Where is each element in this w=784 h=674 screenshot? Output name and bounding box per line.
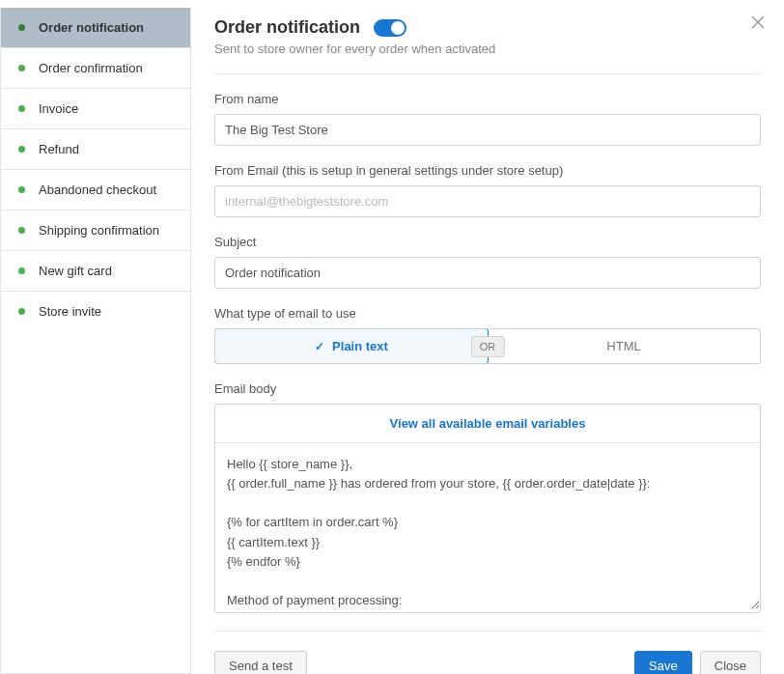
email-type-toggle: ✓ Plain text HTML OR	[214, 328, 761, 364]
status-dot-icon	[18, 308, 25, 315]
subject-label: Subject	[214, 235, 761, 249]
divider	[214, 73, 761, 74]
x-icon	[751, 15, 765, 29]
toggle-knob-icon	[391, 21, 405, 35]
activation-toggle[interactable]	[374, 19, 406, 37]
status-dot-icon	[18, 24, 25, 31]
view-variables-link[interactable]: View all available email variables	[215, 405, 760, 443]
check-icon: ✓	[315, 340, 324, 353]
sidebar-item-label: Order notification	[39, 20, 144, 35]
save-button[interactable]: Save	[634, 651, 692, 674]
sidebar-item-label: Invoice	[39, 101, 78, 116]
email-body-textarea[interactable]	[215, 443, 760, 609]
page-subtitle: Sent to store owner for every order when…	[214, 42, 761, 56]
sidebar-item-invoice[interactable]: Invoice	[1, 89, 190, 129]
email-type-plain-option[interactable]: ✓ Plain text	[214, 328, 489, 364]
or-divider: OR	[471, 336, 505, 357]
page-title: Order notification	[214, 17, 360, 38]
from-email-input	[214, 185, 761, 217]
subject-input[interactable]	[214, 257, 761, 289]
status-dot-icon	[18, 105, 25, 112]
sidebar-item-order-notification[interactable]: Order notification	[1, 8, 190, 48]
status-dot-icon	[18, 227, 25, 234]
email-type-label: What type of email to use	[214, 306, 761, 321]
sidebar-item-label: Refund	[39, 142, 79, 156]
sidebar-item-label: Abandoned checkout	[39, 183, 156, 197]
sidebar-item-label: Order confirmation	[39, 61, 143, 75]
sidebar-item-shipping-confirmation[interactable]: Shipping confirmation	[1, 211, 190, 251]
status-dot-icon	[18, 146, 25, 153]
sidebar-item-refund[interactable]: Refund	[1, 129, 190, 170]
email-type-html-label: HTML	[606, 339, 640, 353]
email-type-html-option[interactable]: HTML	[488, 329, 760, 363]
sidebar: Order notification Order confirmation In…	[0, 8, 191, 674]
from-name-label: From name	[214, 92, 761, 106]
sidebar-item-store-invite[interactable]: Store invite	[1, 292, 190, 331]
sidebar-item-new-gift-card[interactable]: New gift card	[1, 251, 190, 292]
sidebar-item-label: Shipping confirmation	[39, 223, 159, 238]
sidebar-item-label: New gift card	[39, 264, 112, 278]
divider	[214, 631, 761, 632]
footer: Send a test Save Close	[214, 651, 761, 674]
close-icon[interactable]	[749, 14, 767, 31]
email-body-container: View all available email variables	[214, 404, 761, 613]
sidebar-item-label: Store invite	[39, 304, 101, 319]
sidebar-item-order-confirmation[interactable]: Order confirmation	[1, 48, 190, 89]
close-button[interactable]: Close	[700, 651, 761, 674]
sidebar-item-abandoned-checkout[interactable]: Abandoned checkout	[1, 170, 190, 211]
from-email-label: From Email (this is setup in general set…	[214, 163, 761, 178]
main-panel: Order notification Sent to store owner f…	[191, 0, 784, 674]
from-name-input[interactable]	[214, 114, 761, 146]
status-dot-icon	[18, 267, 25, 274]
status-dot-icon	[18, 65, 25, 71]
send-test-button[interactable]: Send a test	[214, 651, 307, 674]
email-body-label: Email body	[214, 381, 761, 396]
status-dot-icon	[18, 186, 25, 193]
email-type-plain-label: Plain text	[332, 339, 388, 353]
